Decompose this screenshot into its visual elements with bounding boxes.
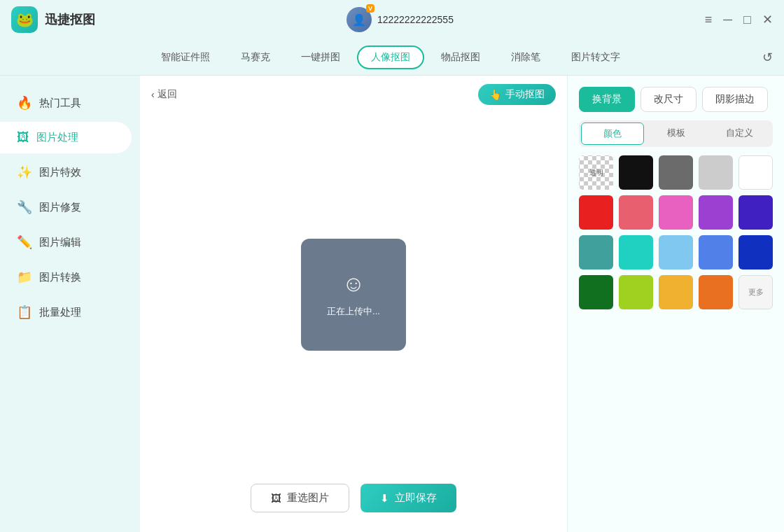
fire-icon: 🔥	[17, 95, 32, 111]
color-tab-template[interactable]: 模板	[645, 122, 707, 145]
repair-icon: 🔧	[17, 200, 32, 215]
color-swatch-light-gray[interactable]	[699, 155, 733, 190]
sidebar-label-hot-tools: 热门工具	[39, 97, 81, 110]
minimize-button[interactable]: ─	[723, 13, 732, 26]
sidebar-label-image-convert: 图片转换	[39, 271, 81, 284]
tab-smart-photo[interactable]: 智能证件照	[147, 46, 224, 69]
sidebar-item-batch-process[interactable]: 📋 批量处理	[0, 296, 132, 328]
main-layout: 🔥 热门工具 🖼 图片处理 ✨ 图片特效 🔧 图片修复 ✏️ 图片编辑 📁 图片…	[0, 76, 784, 532]
color-tab-custom[interactable]: 自定义	[709, 122, 771, 145]
tab-object-matting[interactable]: 物品抠图	[427, 46, 494, 69]
avatar: 👤 V	[346, 7, 372, 32]
color-swatch-dark-blue[interactable]	[738, 235, 773, 270]
shadow-outline-button[interactable]: 阴影描边	[702, 87, 768, 112]
close-button[interactable]: ✕	[762, 13, 773, 26]
reselect-button[interactable]: 🖼 重选图片	[251, 484, 349, 512]
color-grid: 透明 更多	[579, 155, 773, 309]
logo-icon: 🐸	[16, 11, 34, 28]
color-tab-color[interactable]: 颜色	[581, 122, 644, 145]
reselect-icon: 🖼	[271, 492, 281, 504]
manual-matting-button[interactable]: 👆 手动抠图	[478, 84, 556, 105]
resize-button[interactable]: 改尺寸	[640, 87, 696, 112]
user-badge: V	[366, 4, 374, 13]
upload-card: ☺ 正在上传中...	[301, 239, 406, 351]
change-bg-button[interactable]: 换背景	[579, 87, 635, 112]
color-swatch-blue[interactable]	[699, 235, 733, 270]
color-swatch-teal[interactable]	[579, 235, 613, 270]
more-colors-button[interactable]: 更多	[738, 275, 773, 309]
sidebar-item-image-convert[interactable]: 📁 图片转换	[0, 261, 132, 293]
color-swatch-cyan[interactable]	[619, 235, 653, 270]
sidebar-label-image-processing: 图片处理	[36, 131, 78, 144]
save-icon: ⬇	[380, 492, 389, 505]
color-swatch-green[interactable]	[579, 275, 613, 309]
convert-icon: 📁	[17, 270, 32, 285]
tab-eraser[interactable]: 消除笔	[497, 46, 554, 69]
sidebar-item-image-processing[interactable]: 🖼 图片处理	[0, 122, 132, 153]
image-processing-icon: 🖼	[17, 130, 29, 145]
menu-button[interactable]: ≡	[705, 13, 713, 26]
sidebar-item-image-edit[interactable]: ✏️ 图片编辑	[0, 226, 132, 258]
right-actions: 换背景 改尺寸 阴影描边	[579, 87, 773, 112]
color-swatch-pink[interactable]	[659, 195, 693, 230]
bottom-buttons: 🖼 重选图片 ⬇ 立即保存	[151, 472, 556, 524]
maximize-button[interactable]: □	[743, 13, 751, 26]
sidebar-label-image-edit: 图片编辑	[39, 236, 81, 249]
right-panel: 换背景 改尺寸 阴影描边 颜色 模板 自定义 透明	[567, 76, 784, 532]
sidebar-item-image-repair[interactable]: 🔧 图片修复	[0, 191, 132, 223]
tab-image-to-text[interactable]: 图片转文字	[557, 46, 634, 69]
upload-status-text: 正在上传中...	[327, 305, 380, 318]
color-swatch-red[interactable]	[579, 195, 613, 230]
sidebar: 🔥 热门工具 🖼 图片处理 ✨ 图片特效 🔧 图片修复 ✏️ 图片编辑 📁 图片…	[0, 76, 140, 532]
content-header: ‹ 返回 👆 手动抠图	[151, 84, 556, 105]
tab-mosaic[interactable]: 马赛克	[227, 46, 284, 69]
color-swatch-black[interactable]	[619, 155, 653, 190]
tab-bar: 智能证件照 马赛克 一键拼图 人像抠图 物品抠图 消除笔 图片转文字 ↺	[0, 39, 784, 76]
upload-area[interactable]: ☺ 正在上传中...	[151, 116, 556, 472]
save-button[interactable]: ⬇ 立即保存	[360, 484, 456, 512]
user-info: 👤 V 12222222222555	[346, 7, 454, 32]
sidebar-label-batch-process: 批量处理	[39, 306, 81, 319]
username: 12222222222555	[377, 14, 454, 25]
upload-smile-icon: ☺	[342, 271, 365, 297]
edit-icon: ✏️	[17, 234, 32, 250]
app-title: 迅捷抠图	[45, 11, 95, 28]
chevron-left-icon: ‹	[151, 89, 155, 100]
color-swatch-orange[interactable]	[699, 275, 733, 309]
content-area: ‹ 返回 👆 手动抠图 ☺ 正在上传中... 🖼 重选图片 ⬇ 立即保存	[140, 76, 567, 532]
sidebar-item-image-effects[interactable]: ✨ 图片特效	[0, 156, 132, 188]
effects-icon: ✨	[17, 164, 32, 180]
sidebar-item-hot-tools[interactable]: 🔥 热门工具	[0, 87, 132, 119]
color-swatch-purple[interactable]	[699, 195, 733, 230]
color-swatch-yellow-green[interactable]	[619, 275, 653, 309]
batch-icon: 📋	[17, 304, 32, 320]
color-swatch-yellow[interactable]	[659, 275, 693, 309]
color-swatch-dark-gray[interactable]	[659, 155, 693, 190]
tab-portrait-matting[interactable]: 人像抠图	[357, 46, 424, 69]
color-swatch-transparent[interactable]: 透明	[579, 155, 613, 190]
window-controls: ≡ ─ □ ✕	[705, 13, 773, 26]
reselect-label: 重选图片	[287, 491, 329, 505]
color-swatch-light-blue[interactable]	[659, 235, 693, 270]
title-left: 🐸 迅捷抠图	[11, 6, 95, 33]
back-link[interactable]: ‹ 返回	[151, 88, 177, 101]
save-label: 立即保存	[395, 491, 437, 505]
title-bar: 🐸 迅捷抠图 👤 V 12222222222555 ≡ ─ □ ✕	[0, 0, 784, 39]
color-swatch-white[interactable]	[738, 155, 773, 190]
manual-matting-label: 手动抠图	[505, 88, 545, 101]
color-swatch-dark-purple[interactable]	[738, 195, 773, 230]
back-label: 返回	[158, 88, 177, 101]
sidebar-label-image-repair: 图片修复	[39, 201, 81, 214]
hand-icon: 👆	[489, 89, 501, 100]
tab-back-icon[interactable]: ↺	[762, 50, 773, 65]
color-tabs: 颜色 模板 自定义	[579, 120, 773, 147]
color-swatch-pink-red[interactable]	[619, 195, 653, 230]
app-logo: 🐸	[11, 6, 38, 33]
tab-one-click-stitch[interactable]: 一键拼图	[287, 46, 354, 69]
sidebar-label-image-effects: 图片特效	[39, 166, 81, 179]
